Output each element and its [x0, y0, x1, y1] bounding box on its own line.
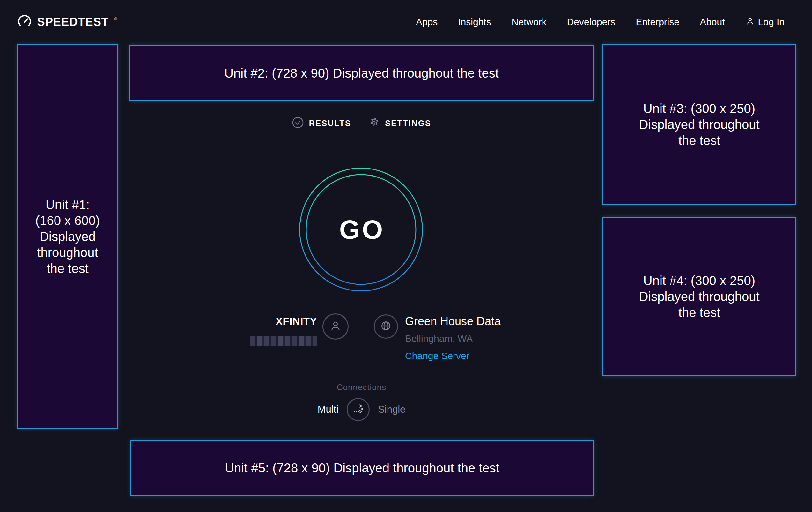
nav-item-network[interactable]: Network — [512, 17, 547, 27]
check-circle-icon — [292, 116, 304, 130]
ad-unit-4[interactable]: Unit #4: (300 x 250) Displayed throughou… — [603, 217, 796, 376]
tab-settings[interactable]: SETTINGS — [368, 116, 431, 130]
nav-item-about[interactable]: About — [700, 17, 725, 27]
globe-icon — [379, 319, 393, 334]
connections-single-option[interactable]: Single — [378, 404, 405, 415]
logo-trademark: ® — [115, 17, 118, 21]
speedtest-logo[interactable]: SPEEDTEST ® — [17, 14, 117, 30]
ad-unit-3[interactable]: Unit #3: (300 x 250) Displayed throughou… — [603, 44, 796, 205]
go-label: GO — [299, 167, 423, 292]
login-button[interactable]: Log In — [745, 16, 785, 28]
connections-toggle-row: Multi Single — [129, 397, 593, 422]
main-nav: Apps Insights Network Developers Enterpr… — [416, 16, 785, 28]
nav-item-apps[interactable]: Apps — [416, 17, 438, 27]
connections-label: Connections — [129, 382, 593, 392]
connections-multi-option[interactable]: Multi — [318, 404, 338, 415]
server-location: Bellingham, WA — [405, 333, 473, 344]
login-label: Log In — [758, 17, 785, 27]
server-name: Green House Data — [405, 315, 501, 328]
tab-results[interactable]: RESULTS — [292, 116, 351, 130]
ad-unit-1[interactable]: Unit #1: (160 x 600) Displayed throughou… — [17, 44, 118, 429]
person-icon — [328, 319, 343, 334]
go-button[interactable]: GO — [299, 167, 423, 292]
server-badge — [374, 315, 398, 339]
isp-name: XFINITY — [223, 315, 317, 327]
change-server-link[interactable]: Change Server — [405, 350, 469, 361]
nav-item-developers[interactable]: Developers — [567, 17, 615, 27]
speedometer-icon — [17, 14, 32, 30]
ad-unit-2[interactable]: Unit #2: (728 x 90) Displayed throughout… — [129, 45, 593, 101]
logo-text: SPEEDTEST — [37, 15, 109, 29]
results-label: RESULTS — [309, 119, 351, 128]
nav-item-insights[interactable]: Insights — [458, 17, 491, 27]
ad-unit-5[interactable]: Unit #5: (728 x 90) Displayed throughout… — [130, 440, 594, 496]
isp-badge — [322, 314, 349, 340]
connections-toggle[interactable] — [347, 398, 370, 421]
results-settings-tabs: RESULTS SETTINGS — [129, 114, 593, 133]
multi-arrows-icon — [351, 402, 366, 417]
user-icon — [745, 16, 755, 28]
settings-label: SETTINGS — [385, 119, 431, 128]
header: SPEEDTEST ® Apps Insights Network Develo… — [0, 0, 812, 44]
gear-icon — [368, 116, 380, 130]
redacted-ip-text — [250, 336, 317, 346]
nav-item-enterprise[interactable]: Enterprise — [636, 17, 679, 27]
